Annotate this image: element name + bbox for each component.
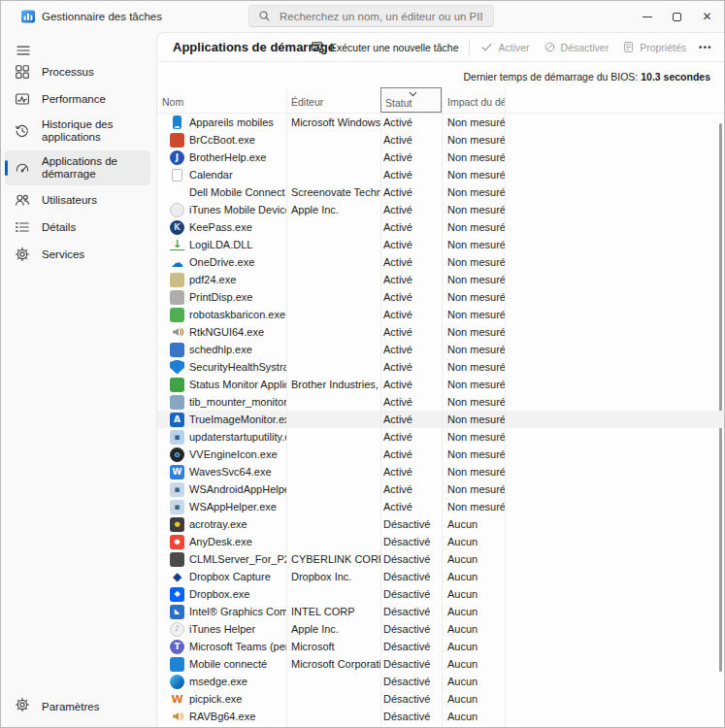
table-row[interactable]: ▪WSAppHelper.exeActivéNon mesuré [157,498,724,515]
column-header-impact[interactable]: Impact du dé... [442,87,505,113]
bios-value: 10.3 secondes [641,71,710,83]
blank-icon [170,185,184,200]
app-startup-impact: Aucun [442,606,505,617]
table-row[interactable]: WWavesSvc64.exeActivéNon mesuré [157,463,724,480]
app-name-cell: CLMLServer_For_P2G11 [157,552,286,567]
table-row[interactable]: ATrueImageMonitor.exeActivéNon mesuré [157,411,724,428]
table-row[interactable]: oVVEngineIcon.exeActivéNon mesuré [157,446,724,463]
table-row[interactable]: TMicrosoft Teams (personal)MicrosoftDésa… [157,638,724,655]
sidebar-item-performance[interactable]: Performance [5,86,150,112]
app-status: Désactivé [380,641,442,652]
table-row[interactable]: PrintDisp.exeActivéNon mesuré [157,288,724,306]
maximize-button[interactable] [662,1,692,32]
app-name: BrCcBoot.exe [189,134,255,146]
bios-boot-time: Dernier temps de démarrage du BIOS: 10.3… [464,71,710,83]
itunes-device-icon [170,203,184,217]
app-name-cell: oVVEngineIcon.exe [157,447,286,462]
app-name: LogiLDA.DLL [189,239,252,250]
table-row[interactable]: ▪WSAndroidAppHelper.exeActivéNon mesuré [157,480,724,498]
bios-label: Dernier temps de démarrage du BIOS: [464,71,639,83]
table-row[interactable]: robotaskbaricon.exeActivéNon mesuré [157,306,724,323]
app-name-cell: Appareils mobiles [157,116,286,129]
table-row[interactable]: ◣Intel® Graphics Comman...INTEL CORPDésa… [157,603,724,620]
run-new-task-button[interactable]: Exécuter une nouvelle tâche [304,37,466,57]
app-status: Activé [380,379,442,390]
table-row[interactable]: JBrotherHelp.exeActivéNon mesuré [157,149,724,166]
sidebar-item-utilisateurs[interactable]: Utilisateurs [5,187,150,213]
table-row[interactable]: tib_mounter_monitor.exeActivéNon mesuré [157,393,724,411]
app-name-cell: SecurityHealthSystray.exe [157,360,286,375]
app-publisher: Screenovate Technologies [286,186,380,198]
sidebar-item-historique[interactable]: Historique des applications [5,114,150,149]
teams-icon: T [170,640,184,654]
properties-button[interactable]: Propriétés [615,38,693,56]
anydesk-icon: ● [170,535,184,549]
column-divider[interactable] [442,87,443,727]
disable-button[interactable]: Désactiver [537,38,616,56]
table-header: Nom Éditeur Statut Impact du dé... [157,87,724,114]
dropbox-icon: ◆ [170,587,184,602]
app-startup-impact: Non mesuré [442,239,505,250]
search-input[interactable] [278,10,484,23]
sidebar-item-demarrage[interactable]: Applications de démarrage [5,150,150,185]
sidebar-item-processus[interactable]: Processus [5,59,150,84]
app-name: Dropbox Capture [189,571,271,582]
table-row[interactable]: Status Monitor ApplicationBrother Indust… [157,376,724,393]
enable-button[interactable]: Activer [474,38,536,56]
app-startup-impact: Non mesuré [442,186,505,198]
table-row[interactable]: Appareils mobilesMicrosoft WindowsActivé… [157,114,724,131]
table-row[interactable]: schedhlp.exeActivéNon mesuré [157,341,724,358]
table-row[interactable]: ▪updaterstartuputility.exeActivéNon mesu… [157,428,724,446]
more-icon: ••• [699,43,712,52]
search-box[interactable] [248,5,494,27]
table-row[interactable]: ☁OneDrive.exeActivéNon mesuré [157,253,724,271]
more-options-button[interactable]: ••• [693,40,718,55]
toolbar-separator [469,39,470,55]
table-row[interactable]: KKeePass.exeActivéNon mesuré [157,218,724,236]
table-row[interactable]: BrCcBoot.exeActivéNon mesuré [157,131,724,149]
app-startup-impact: Aucun [442,571,505,582]
column-header-editeur[interactable]: Éditeur [286,87,380,113]
sidebar-item-services[interactable]: Services [5,242,150,267]
table-row[interactable]: Mobile connectéMicrosoft CorporationDésa… [157,655,724,673]
table-row[interactable]: SecurityHealthSystray.exeActivéNon mesur… [157,358,724,376]
table-row[interactable]: RAVBg64.exeDésactivéAucun [157,708,724,725]
vvengine-icon: o [170,447,184,462]
table-row[interactable]: pdf24.exeActivéNon mesuré [157,271,724,288]
table-row[interactable]: Dell Mobile Connect 3.3 St...Screenovate… [157,183,724,201]
sidebar-item-details[interactable]: Détails [5,215,150,240]
table-row[interactable]: RtkNGUI64.exeActivéNon mesuré [157,323,724,341]
table-row[interactable]: ↓LogiLDA.DLLActivéNon mesuré [157,236,724,253]
sidebar-item-parametres[interactable]: Paramètres [5,692,150,721]
printdisp-icon [170,290,184,305]
table-row[interactable]: iTunes Mobile Device Help...Apple Inc.Ac… [157,201,724,218]
app-name-cell: WWavesSvc64.exe [157,465,286,480]
column-header-statut[interactable]: Statut [380,87,442,113]
minimize-button[interactable] [632,1,662,32]
close-button[interactable]: ✕ [692,1,722,32]
table-row[interactable]: Wpicpick.exeDésactivéAucun [157,690,724,708]
app-name-cell: ATrueImageMonitor.exe [157,413,286,427]
brotherhelp-icon: J [170,150,184,165]
table-row[interactable]: ◆Dropbox.exeDésactivéAucun [157,585,724,603]
table-row[interactable]: ●AnyDesk.exeDésactivéAucun [157,533,724,550]
app-name: CLMLServer_For_P2G11 [189,553,286,565]
app-name-cell: Wpicpick.exe [157,692,286,707]
minimize-icon [643,17,652,17]
column-divider[interactable] [380,87,381,727]
column-header-nom[interactable]: Nom [157,87,286,113]
app-status: Désactivé [380,588,442,600]
app-name-cell: ↓LogiLDA.DLL [157,239,286,250]
table-row[interactable]: msedge.exeDésactivéAucun [157,673,724,690]
app-startup-impact: Non mesuré [442,116,505,128]
table-row[interactable]: ●acrotray.exeDésactivéAucun [157,515,724,533]
app-publisher: Microsoft Windows [286,116,380,128]
column-divider[interactable] [505,87,506,727]
app-status: Désactivé [380,536,442,547]
table-row[interactable]: ◆Dropbox CaptureDropbox Inc.DésactivéAuc… [157,568,724,585]
column-divider[interactable] [286,87,287,727]
table-row[interactable]: CalendarActivéNon mesuré [157,166,724,183]
table-row[interactable]: ♪iTunes HelperApple Inc.DésactivéAucun [157,620,724,638]
table-row[interactable]: CLMLServer_For_P2G11CYBERLINK CORPORATI.… [157,550,724,568]
window-controls: ✕ [632,1,722,32]
